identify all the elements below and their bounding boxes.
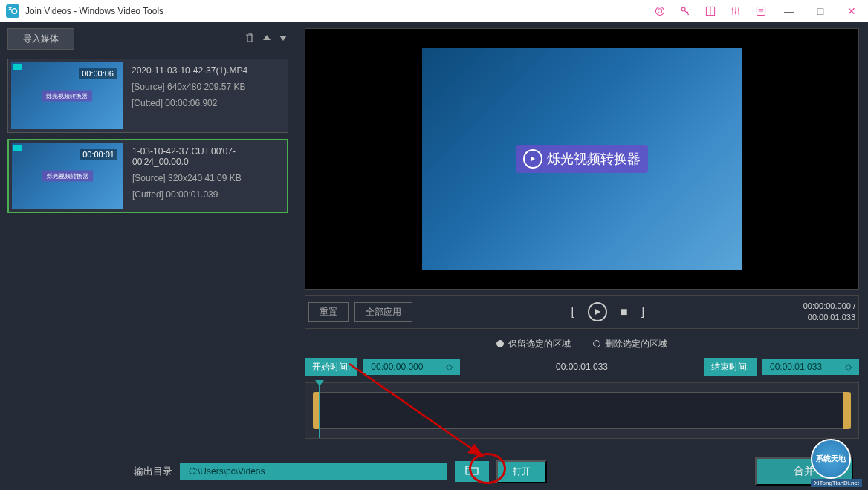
time-total: 00:00:01.033 — [803, 312, 855, 323]
preview-logo-icon — [523, 149, 542, 169]
end-time-label: 结束时间: — [704, 358, 757, 376]
start-time-input[interactable]: 00:00:00.000◇ — [363, 359, 460, 375]
shop-icon[interactable] — [652, 4, 667, 19]
region-options: 保留选定的区域 删除选定的区域 — [305, 333, 859, 355]
maximize-button[interactable]: □ — [810, 4, 831, 19]
bracket-left-icon[interactable]: [ — [571, 305, 574, 318]
browse-folder-button[interactable] — [455, 461, 489, 482]
play-button[interactable] — [588, 302, 607, 321]
start-time-label: 开始时间: — [305, 358, 357, 376]
preview-area: 烁光视频转换器 重置 全部应用 [ ■ ] 00:00:00.000 / 00:… — [296, 22, 868, 453]
duration-display: 00:00:01.033 — [466, 362, 697, 372]
media-thumbnail: 00:00:01 烁光视频转换器 — [12, 143, 123, 209]
video-preview[interactable]: 烁光视频转换器 — [305, 28, 859, 290]
timeline-handle-end[interactable] — [843, 392, 851, 429]
svg-point-6 — [738, 9, 739, 10]
layout-icon[interactable] — [703, 4, 718, 19]
output-path-field[interactable]: C:\Users\pc\Videos — [180, 463, 447, 480]
bottom-bar: 输出目录 C:\Users\pc\Videos 打开 合并 — [0, 453, 868, 490]
bracket-right-icon[interactable]: ] — [641, 305, 644, 318]
apply-all-button[interactable]: 全部应用 — [354, 302, 412, 322]
folder-icon — [465, 465, 479, 475]
output-dir-label: 输出目录 — [134, 465, 172, 478]
svg-point-4 — [732, 8, 733, 10]
media-source-info: [Source] 320x240 41.09 KB — [132, 173, 281, 183]
sidebar: 导入媒体 00:00:06 烁光视频转换器 2020-11-03-10-42-3… — [0, 22, 296, 453]
reset-button[interactable]: 重置 — [308, 302, 349, 322]
timeline[interactable] — [305, 382, 859, 439]
titlebar: Join Videos - Windows Video Tools — □ ✕ — [0, 0, 868, 22]
svg-point-0 — [655, 7, 664, 15]
trash-icon[interactable] — [244, 32, 256, 47]
thumbnail-duration: 00:00:01 — [80, 149, 117, 160]
move-up-icon[interactable] — [262, 33, 272, 46]
key-icon[interactable] — [678, 4, 693, 19]
remove-region-radio[interactable]: 删除选定的区域 — [593, 338, 667, 350]
settings-icon[interactable] — [728, 4, 743, 19]
spinner-icon[interactable]: ◇ — [446, 362, 453, 372]
media-item[interactable]: 00:00:06 烁光视频转换器 2020-11-03-10-42-37(1).… — [7, 59, 288, 133]
close-button[interactable]: ✕ — [841, 4, 862, 19]
menu-icon[interactable] — [754, 4, 768, 19]
watermark: 系统天地 XiTongTianDi.net — [811, 439, 862, 487]
time-current: 00:00:00.000 / — [803, 301, 855, 312]
stop-button[interactable]: ■ — [621, 305, 628, 318]
window-title: Join Videos - Windows Video Tools — [25, 6, 652, 16]
media-cutted-info: [Cutted] 00:00:06.902 — [132, 98, 282, 108]
minimize-button[interactable]: — — [779, 4, 800, 19]
open-button[interactable]: 打开 — [496, 460, 547, 483]
spinner-icon[interactable]: ◇ — [845, 362, 852, 372]
preview-logo-text: 烁光视频转换器 — [547, 150, 641, 168]
import-media-button[interactable]: 导入媒体 — [7, 28, 74, 50]
move-down-icon[interactable] — [278, 33, 288, 46]
timeline-cursor[interactable] — [319, 383, 320, 438]
end-time-input[interactable]: 00:00:01.033◇ — [762, 359, 859, 375]
playback-controls: 重置 全部应用 [ ■ ] 00:00:00.000 / 00:00:01.03… — [305, 295, 859, 329]
media-item[interactable]: 00:00:01 烁光视频转换器 1-03-10-42-37.CUT.00'07… — [7, 139, 288, 213]
keep-region-radio[interactable]: 保留选定的区域 — [496, 338, 571, 350]
media-filename: 2020-11-03-10-42-37(1).MP4 — [132, 65, 282, 76]
media-thumbnail: 00:00:06 烁光视频转换器 — [11, 62, 123, 129]
media-source-info: [Source] 640x480 209.57 KB — [132, 82, 282, 92]
thumbnail-duration: 00:00:06 — [79, 68, 117, 79]
media-cutted-info: [Cutted] 00:00:01.039 — [132, 189, 281, 200]
app-icon — [6, 4, 19, 18]
media-filename: 1-03-10-42-37.CUT.00'07-00'24_00.00.0 — [132, 146, 281, 167]
svg-point-5 — [735, 11, 736, 13]
